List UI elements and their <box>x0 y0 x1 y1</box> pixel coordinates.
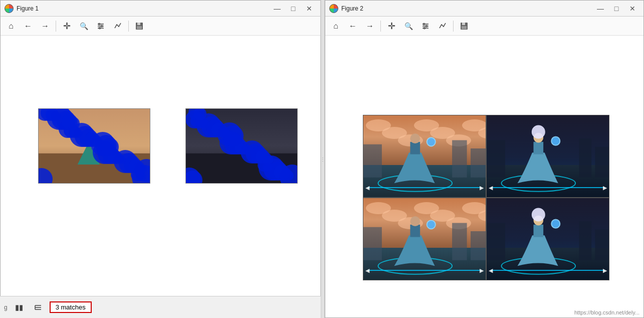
figure2-bottomleft-nav-left[interactable]: ◀ <box>365 267 369 274</box>
figure2-zoom-button[interactable]: 🔍 <box>401 19 416 33</box>
figure1-save-button[interactable] <box>132 19 147 33</box>
figure1-configure-button[interactable] <box>93 19 108 33</box>
svg-point-13 <box>426 25 427 27</box>
figure2-topright-canvas <box>487 115 609 198</box>
statusbar: g ▮▮ 3 matches <box>0 296 321 318</box>
matches-badge: 3 matches <box>50 301 92 313</box>
figure1-toolbar-sep1 <box>56 21 56 32</box>
figure2-toolbar-sep2 <box>453 21 454 32</box>
figure1-toolbar-sep2 <box>128 21 129 32</box>
figure1-title: Figure 1 <box>17 5 270 12</box>
figure2-close-button[interactable]: ✕ <box>625 3 639 14</box>
figure2-cell-topleft: ◀ ▶ <box>363 115 486 198</box>
svg-point-4 <box>101 25 103 27</box>
figure1-right-canvas <box>185 108 298 184</box>
figure1-home-button[interactable]: ⌂ <box>4 19 19 33</box>
figure1-titlebar: Figure 1 — □ ✕ <box>1 1 320 17</box>
figure2-title: Figure 2 <box>341 5 593 12</box>
svg-rect-8 <box>137 26 142 29</box>
figure2-maximize-button[interactable]: □ <box>609 3 623 14</box>
figure2-topleft-nav-right[interactable]: ▶ <box>480 185 484 191</box>
statusbar-play-pause-button[interactable]: ▮▮ <box>12 300 27 314</box>
figure2-topleft-navline <box>367 187 482 188</box>
figure2-window: Figure 2 — □ ✕ ⌂ ← → ✛ 🔍 <box>325 0 644 318</box>
svg-point-5 <box>99 27 101 29</box>
figure1-lines-button[interactable] <box>110 19 125 33</box>
figure1-forward-button[interactable]: → <box>38 19 53 33</box>
figure2-topleft-nav-left[interactable]: ◀ <box>365 185 369 191</box>
figure2-cell-bottomright: ◀ ▶ <box>486 198 609 280</box>
svg-rect-16 <box>462 23 465 25</box>
figure1-zoom-button[interactable]: 🔍 <box>76 19 91 33</box>
figure1-window: Figure 1 — □ ✕ ⌂ ← → ✛ 🔍 <box>0 0 321 318</box>
figure1-left-image <box>38 108 150 184</box>
figure2-bottomright-navline <box>491 270 605 271</box>
matches-text: 3 matches <box>56 303 86 311</box>
figure2-icon <box>329 4 338 13</box>
figure1-minimize-button[interactable]: — <box>270 3 284 14</box>
figure2-topright-nav-left[interactable]: ◀ <box>489 185 493 191</box>
figure2-toolbar-sep1 <box>380 21 381 32</box>
figure1-close-button[interactable]: ✕ <box>302 3 316 14</box>
figure1-content <box>1 36 320 317</box>
figure1-right-image <box>185 108 298 184</box>
figure2-bottomleft-nav-right[interactable]: ▶ <box>480 267 484 274</box>
figure2-bottomright-nav-right[interactable]: ▶ <box>603 267 607 274</box>
figure2-toolbar: ⌂ ← → ✛ 🔍 <box>325 17 643 36</box>
figure1-left-canvas <box>38 108 150 184</box>
figure2-topright-navline <box>491 187 605 188</box>
figure2-cell-bottomleft: ◀ ▶ <box>363 198 486 280</box>
statusbar-list-button[interactable] <box>31 300 46 314</box>
svg-point-14 <box>424 27 425 29</box>
figure2-bottomright-canvas <box>487 198 609 280</box>
figure2-topleft-canvas <box>363 115 486 198</box>
figure2-home-button[interactable]: ⌂ <box>328 19 343 33</box>
figure1-pan-button[interactable]: ✛ <box>59 19 74 33</box>
figure2-watermark: https://blog.csdn.net/dely... <box>574 309 639 315</box>
figure2-content: ◀ ▶ ◀ ▶ ◀ ▶ <box>325 36 643 317</box>
figure2-pan-button[interactable]: ✛ <box>384 19 399 33</box>
figure1-back-button[interactable]: ← <box>21 19 36 33</box>
figure2-lines-button[interactable] <box>435 19 450 33</box>
svg-rect-7 <box>137 23 140 25</box>
figure1-toolbar: ⌂ ← → ✛ 🔍 <box>1 17 320 36</box>
figure1-images <box>38 108 298 184</box>
svg-point-12 <box>423 23 425 25</box>
figure2-minimize-button[interactable]: — <box>593 3 607 14</box>
window-resize-handle[interactable]: ⋮ <box>321 0 325 318</box>
figure2-back-button[interactable]: ← <box>345 19 360 33</box>
figure2-forward-button[interactable]: → <box>362 19 377 33</box>
figure2-bottomright-nav-left[interactable]: ◀ <box>489 267 493 274</box>
svg-rect-17 <box>462 26 467 29</box>
figure1-window-controls: — □ ✕ <box>270 3 316 14</box>
statusbar-icon-left: g <box>4 304 8 311</box>
figure2-window-controls: — □ ✕ <box>593 3 639 14</box>
svg-point-3 <box>99 23 100 25</box>
figure2-topright-nav-right[interactable]: ▶ <box>603 185 607 191</box>
figure1-maximize-button[interactable]: □ <box>286 3 300 14</box>
figure2-cell-topright: ◀ ▶ <box>486 115 609 198</box>
figure2-configure-button[interactable] <box>418 19 433 33</box>
figure1-icon <box>5 4 14 13</box>
figure2-bottomleft-navline <box>367 270 482 271</box>
figure2-save-button[interactable] <box>457 19 472 33</box>
figure2-bottomleft-canvas <box>363 198 486 280</box>
figure2-titlebar: Figure 2 — □ ✕ <box>325 1 643 17</box>
figure2-grid: ◀ ▶ ◀ ▶ ◀ ▶ <box>363 115 609 280</box>
